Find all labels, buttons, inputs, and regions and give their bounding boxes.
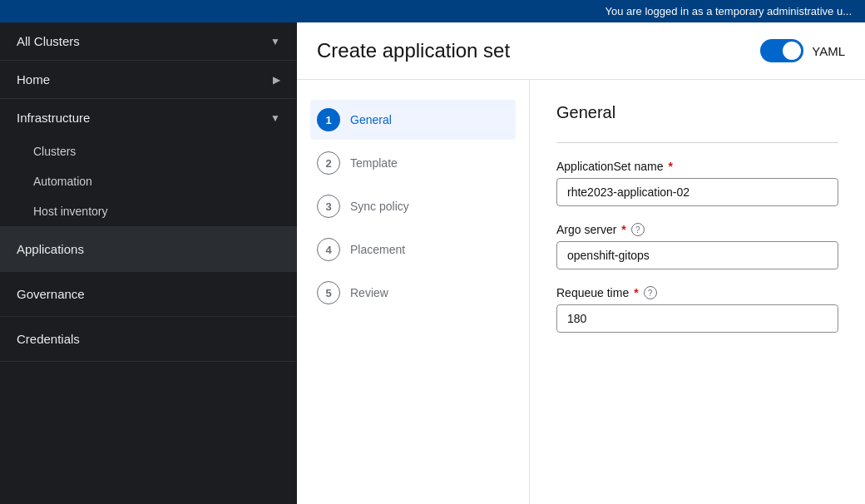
step-label-template: Template xyxy=(350,156,398,170)
step-number-3: 3 xyxy=(317,195,340,218)
step-label-sync-policy: Sync policy xyxy=(350,200,409,213)
form-group-requeue-time: Requeue time * ? xyxy=(556,286,838,333)
sidebar-item-automation[interactable]: Automation xyxy=(0,166,297,196)
content-area: Create application set YAML 1 General 2 … xyxy=(297,22,865,504)
wizard-steps: 1 General 2 Template 3 Sync policy 4 Pla… xyxy=(297,80,530,504)
wizard-step-placement[interactable]: 4 Placement xyxy=(310,230,516,269)
applications-label: Applications xyxy=(17,242,84,256)
sidebar-section-infrastructure: Infrastructure ▼ Clusters Automation Hos… xyxy=(0,99,297,227)
form-area: General ApplicationSet name * Argo serve… xyxy=(530,80,865,504)
infrastructure-label: Infrastructure xyxy=(17,111,90,125)
page-title: Create application set xyxy=(317,39,747,62)
sidebar-item-governance[interactable]: Governance xyxy=(0,272,297,317)
required-star-app-set-name: * xyxy=(668,160,672,173)
all-clusters-label: All Clusters xyxy=(17,34,80,48)
home-label: Home xyxy=(17,72,50,86)
sidebar-item-host-inventory[interactable]: Host inventory xyxy=(0,196,297,226)
clusters-label: Clusters xyxy=(33,145,76,158)
wizard-step-general[interactable]: 1 General xyxy=(310,100,516,140)
yaml-label: YAML xyxy=(812,44,845,58)
yaml-toggle-wrapper: YAML xyxy=(760,39,845,62)
step-label-placement: Placement xyxy=(350,243,405,256)
sidebar: All Clusters ▼ Home ▶ Infrastructure ▼ C… xyxy=(0,22,297,504)
requeue-time-input[interactable] xyxy=(556,304,838,333)
infrastructure-sub-items: Clusters Automation Host inventory xyxy=(0,136,297,226)
label-app-set-name: ApplicationSet name * xyxy=(556,160,838,173)
wizard-step-sync-policy[interactable]: 3 Sync policy xyxy=(310,186,516,226)
help-icon-argo-server[interactable]: ? xyxy=(631,223,645,236)
sidebar-item-credentials[interactable]: Credentials xyxy=(0,317,297,362)
yaml-toggle[interactable] xyxy=(760,39,803,62)
sidebar-item-infrastructure[interactable]: Infrastructure ▼ xyxy=(0,99,297,136)
step-label-general: General xyxy=(350,113,392,126)
label-requeue-time: Requeue time * ? xyxy=(556,286,838,299)
label-text-app-set-name: ApplicationSet name xyxy=(556,160,663,173)
step-number-1: 1 xyxy=(317,108,340,131)
step-label-review: Review xyxy=(350,286,388,299)
step-number-2: 2 xyxy=(317,151,340,175)
help-icon-requeue-time[interactable]: ? xyxy=(644,286,657,299)
app-set-name-input[interactable] xyxy=(556,178,838,206)
chevron-down-icon: ▼ xyxy=(270,36,280,47)
wizard-step-template[interactable]: 2 Template xyxy=(310,143,516,183)
required-star-requeue-time: * xyxy=(634,286,638,299)
step-number-5: 5 xyxy=(317,281,340,304)
argo-server-input[interactable] xyxy=(556,241,838,269)
banner-text: You are logged in as a temporary adminis… xyxy=(605,5,852,17)
sidebar-item-home[interactable]: Home ▶ xyxy=(0,61,297,99)
page-body: 1 General 2 Template 3 Sync policy 4 Pla… xyxy=(297,80,865,504)
chevron-right-icon: ▶ xyxy=(273,74,280,86)
sidebar-item-all-clusters[interactable]: All Clusters ▼ xyxy=(0,22,297,61)
automation-label: Automation xyxy=(33,175,92,188)
page-header: Create application set YAML xyxy=(297,22,865,80)
sidebar-item-clusters[interactable]: Clusters xyxy=(0,136,297,166)
form-section-title: General xyxy=(556,103,838,122)
form-group-app-set-name: ApplicationSet name * xyxy=(556,160,838,206)
sidebar-item-applications[interactable]: Applications xyxy=(0,227,297,272)
form-divider xyxy=(556,142,838,143)
label-argo-server: Argo server * ? xyxy=(556,223,838,236)
label-text-requeue-time: Requeue time xyxy=(556,286,629,299)
required-star-argo-server: * xyxy=(621,223,625,236)
label-text-argo-server: Argo server xyxy=(556,223,616,236)
form-group-argo-server: Argo server * ? xyxy=(556,223,838,269)
wizard-step-review[interactable]: 5 Review xyxy=(310,273,516,313)
chevron-down-icon: ▼ xyxy=(270,112,280,124)
top-banner: You are logged in as a temporary adminis… xyxy=(0,0,865,22)
step-number-4: 4 xyxy=(317,238,340,261)
governance-label: Governance xyxy=(17,287,85,301)
host-inventory-label: Host inventory xyxy=(33,205,107,218)
credentials-label: Credentials xyxy=(17,332,80,346)
